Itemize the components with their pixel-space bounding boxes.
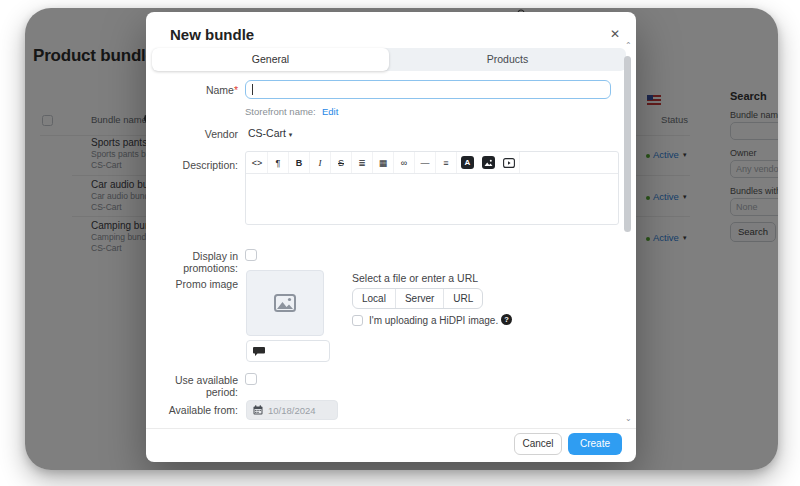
hidpi-checkbox[interactable]: [352, 315, 363, 326]
name-input[interactable]: [245, 80, 611, 99]
hidpi-help-icon[interactable]: ?: [501, 314, 512, 325]
list-icon[interactable]: ≣: [352, 152, 373, 173]
alignment-icon[interactable]: ≡: [436, 152, 457, 173]
available-from-label: Available from:: [146, 404, 238, 416]
comment-bubble-icon: [253, 346, 265, 356]
use-available-period-checkbox[interactable]: [245, 373, 257, 385]
text-cursor: [252, 84, 253, 95]
vendor-label: Vendor: [146, 128, 238, 140]
editor-toolbar: <> ¶ B I S ≣ ▦ ∞ — ≡ A: [246, 152, 618, 174]
server-button[interactable]: Server: [396, 289, 444, 308]
bold-icon[interactable]: B: [289, 152, 310, 173]
description-editor[interactable]: <> ¶ B I S ≣ ▦ ∞ — ≡ A: [245, 151, 619, 225]
modal-scrollbar[interactable]: [624, 56, 631, 232]
calendar-icon: [253, 405, 263, 415]
source-code-icon[interactable]: <>: [247, 152, 268, 173]
required-asterisk: *: [234, 84, 238, 96]
display-in-promotions-checkbox[interactable]: [245, 249, 257, 261]
url-button[interactable]: URL: [444, 289, 482, 308]
footer-divider: [146, 428, 636, 429]
hidpi-label: I'm uploading a HiDPI image.: [369, 315, 498, 326]
paragraph-format-icon[interactable]: ¶: [268, 152, 289, 173]
available-from-input[interactable]: 10/18/2024: [246, 400, 338, 420]
display-in-promotions-label: Display in promotions:: [146, 250, 238, 274]
font-style-icon[interactable]: A: [461, 156, 474, 169]
modal-tabs: General Products: [152, 48, 626, 71]
italic-icon[interactable]: I: [310, 152, 331, 173]
cancel-button[interactable]: Cancel: [514, 433, 562, 455]
horizontal-line-icon[interactable]: —: [415, 152, 436, 173]
table-icon[interactable]: ▦: [373, 152, 394, 173]
app-window: Search Product bundles Bundle name ? Sta…: [25, 8, 778, 470]
image-icon[interactable]: [482, 156, 495, 169]
description-label: Description:: [146, 159, 238, 171]
storefront-name-label: Storefront name:: [245, 106, 316, 117]
name-label: Name*: [146, 84, 238, 96]
description-textarea[interactable]: [246, 174, 618, 224]
close-icon[interactable]: ✕: [610, 27, 620, 41]
image-placeholder-icon: [274, 294, 296, 312]
image-alt-text-input[interactable]: [246, 340, 330, 362]
modal-title: New bundle: [170, 26, 254, 43]
chevron-down-icon: ▾: [289, 131, 293, 138]
vendor-dropdown[interactable]: CS-Cart ▾: [248, 127, 292, 139]
new-bundle-modal: New bundle ✕ General Products Name* Stor…: [146, 12, 636, 462]
file-source-buttons: Local Server URL: [352, 288, 483, 309]
local-button[interactable]: Local: [353, 289, 396, 308]
promo-image-label: Promo image: [146, 278, 238, 290]
video-icon[interactable]: [499, 152, 520, 173]
link-icon[interactable]: ∞: [394, 152, 415, 173]
scroll-up-icon[interactable]: ⌃: [625, 42, 632, 50]
promo-image-placeholder: [246, 270, 324, 336]
use-available-period-label: Use available period:: [146, 374, 238, 398]
create-button[interactable]: Create: [568, 433, 622, 455]
select-file-text: Select a file or enter a URL: [352, 272, 478, 284]
edit-link[interactable]: Edit: [322, 106, 338, 117]
tab-general[interactable]: General: [152, 48, 389, 71]
tab-products[interactable]: Products: [389, 48, 626, 71]
scroll-down-icon[interactable]: ⌄: [625, 415, 632, 423]
available-from-value: 10/18/2024: [268, 405, 316, 416]
strikethrough-icon[interactable]: S: [331, 152, 352, 173]
